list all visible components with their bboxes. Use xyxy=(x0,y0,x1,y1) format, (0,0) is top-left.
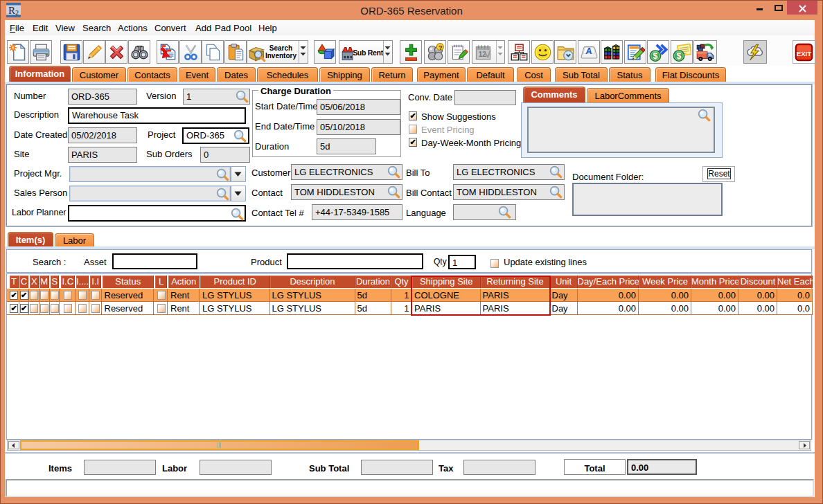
svg-text:$: $ xyxy=(653,51,657,61)
svg-text:$: $ xyxy=(676,51,681,61)
svg-text:EXIT: EXIT xyxy=(797,50,812,57)
svg-text:?: ? xyxy=(439,44,443,51)
